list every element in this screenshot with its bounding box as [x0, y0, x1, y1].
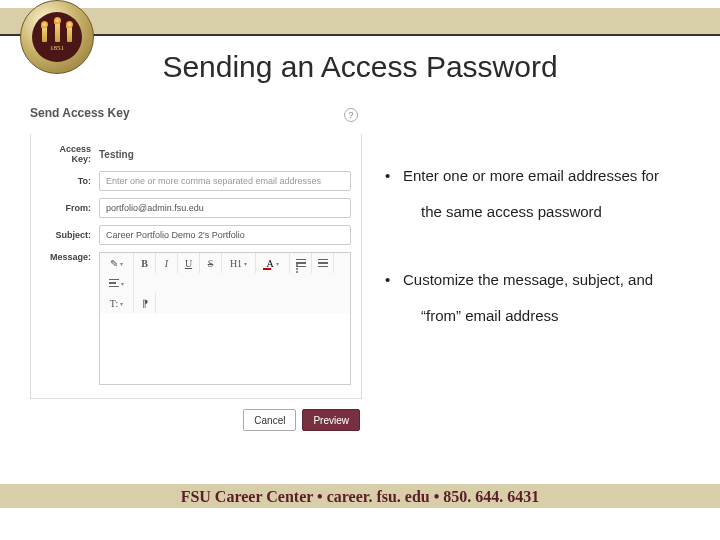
- heading-menu-button[interactable]: H1▾: [222, 253, 256, 273]
- para-menu-button[interactable]: T:▾: [100, 293, 134, 313]
- to-label: To:: [41, 176, 99, 186]
- message-editor[interactable]: [99, 313, 351, 385]
- bullet-2: Customize the message, subject, and “fro…: [385, 259, 695, 337]
- subject-label: Subject:: [41, 230, 99, 240]
- format-menu-button[interactable]: ✎▾: [100, 253, 134, 273]
- form-header: Send Access Key: [30, 106, 362, 120]
- top-line: [0, 34, 720, 36]
- list-ul-button[interactable]: [290, 253, 312, 273]
- cancel-button[interactable]: Cancel: [243, 409, 296, 431]
- embed-button[interactable]: ⁋: [134, 293, 156, 313]
- access-key-label: Access Key:: [41, 144, 99, 164]
- font-color-button[interactable]: A▾: [256, 253, 290, 273]
- subject-input[interactable]: Career Portfolio Demo 2's Portfolio: [99, 225, 351, 245]
- from-input[interactable]: portfolio@admin.fsu.edu: [99, 198, 351, 218]
- page-title: Sending an Access Password: [0, 50, 720, 84]
- list-ol-icon: [318, 259, 328, 268]
- help-icon[interactable]: ?: [344, 108, 358, 122]
- align-icon: [109, 279, 119, 288]
- align-menu-button[interactable]: ▾: [100, 273, 134, 293]
- strike-button[interactable]: S: [200, 253, 222, 273]
- underline-button[interactable]: U: [178, 253, 200, 273]
- access-key-value: Testing: [99, 149, 134, 160]
- send-access-key-form: Send Access Key ? Access Key: Testing To…: [30, 106, 362, 432]
- torches-icon: [42, 22, 72, 42]
- from-label: From:: [41, 203, 99, 213]
- footer-text: FSU Career Center • career. fsu. edu • 8…: [0, 488, 720, 506]
- message-label: Message:: [41, 252, 99, 262]
- bold-button[interactable]: B: [134, 253, 156, 273]
- editor-toolbar: ✎▾ B I U S H1▾ A▾ ▾: [99, 252, 351, 293]
- italic-button[interactable]: I: [156, 253, 178, 273]
- list-ul-icon: [296, 259, 306, 268]
- bullet-1: Enter one or more email addresses for th…: [385, 155, 695, 233]
- top-band: [0, 8, 720, 34]
- bullet-list: Enter one or more email addresses for th…: [385, 155, 695, 363]
- to-input[interactable]: Enter one or more comma separated email …: [99, 171, 351, 191]
- preview-button[interactable]: Preview: [302, 409, 360, 431]
- list-ol-button[interactable]: [312, 253, 334, 273]
